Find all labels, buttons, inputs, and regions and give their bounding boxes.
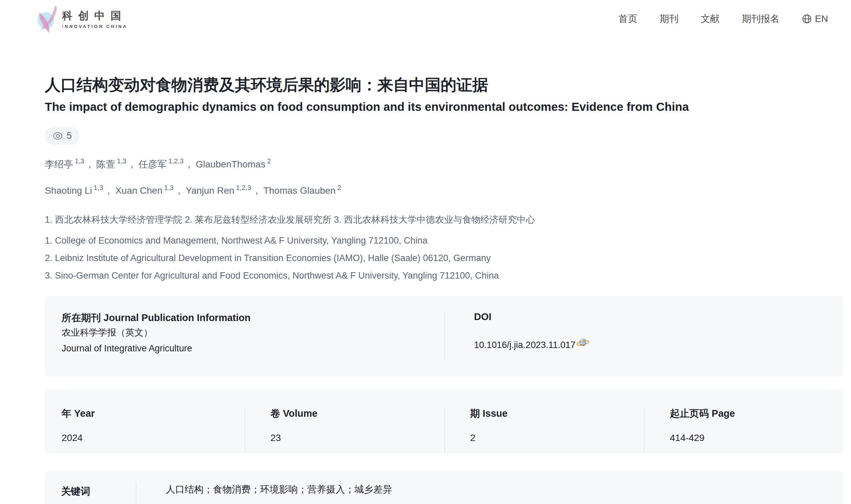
- doi-heading: DOI: [474, 311, 844, 322]
- language-switch[interactable]: EN: [802, 14, 828, 24]
- author-name: Shaoting Li1,3: [45, 185, 103, 196]
- article-detail: 人口结构变动对食物消费及其环境后果的影响：来自中国的证据 The impact …: [0, 75, 851, 504]
- keywords-label-cn: 关键词: [61, 483, 136, 500]
- publication-meta-box: 年 Year2024卷 Volume23期 Issue2起止页码 Page414…: [45, 390, 844, 453]
- article-title-cn: 人口结构变动对食物消费及其环境后果的影响：来自中国的证据: [45, 75, 844, 94]
- nav-item-journals[interactable]: 期刊: [659, 13, 678, 25]
- nav-item-literature[interactable]: 文献: [701, 13, 720, 25]
- nav-item-journal-registration[interactable]: 期刊报名: [742, 13, 780, 25]
- author-affiliation-superscript: 2: [337, 184, 341, 191]
- language-label: EN: [815, 14, 828, 24]
- author-affiliation-superscript: 1,2,3: [236, 184, 251, 191]
- author-name: Thomas Glauben2: [263, 185, 341, 196]
- article-title-en: The impact of demographic dynamics on fo…: [45, 100, 844, 114]
- logo-text: 科创中国 INNOVATION CHINA: [62, 9, 128, 29]
- nav-item-home[interactable]: 首页: [618, 13, 637, 25]
- journal-info-heading: 所在期刊 Journal Publication Information: [62, 311, 444, 325]
- meta-value: 2: [470, 433, 644, 443]
- author-separator: ，: [174, 185, 184, 196]
- globe-icon: [802, 14, 812, 24]
- doi-section: DOI 10.1016/j.jia.2023.11.017: [444, 311, 844, 361]
- journal-name-cn[interactable]: 农业科学学报（英文）: [62, 325, 444, 341]
- views-count: 5: [67, 131, 72, 141]
- journal-publication-info: 所在期刊 Journal Publication Information 农业科…: [45, 311, 444, 361]
- authors-cn: 李绍亭1,3，陈萱1,3，任彦军1,2,3，GlaubenThomas2: [45, 156, 844, 172]
- author-name: Yanjun Ren1,2,3: [186, 185, 251, 196]
- author-name: 陈萱1,3: [96, 159, 126, 169]
- meta-column: 卷 Volume23: [245, 407, 445, 453]
- affiliations-cn: 1. 西北农林科技大学经济管理学院 2. 莱布尼兹转型经济农业发展研究所 3. …: [45, 214, 844, 226]
- views-badge: 5: [45, 127, 79, 145]
- keywords-label-en: Key Words: [61, 500, 136, 504]
- keywords-box: 关键词 Key Words 人口结构；食物消费；环境影响；营养摄入；城乡差异 d…: [45, 471, 844, 504]
- meta-value: 23: [271, 433, 445, 443]
- meta-label: 期 Issue: [470, 407, 644, 420]
- meta-label: 年 Year: [62, 407, 245, 420]
- meta-value: 2024: [62, 433, 245, 443]
- doi-row: 10.1016/j.jia.2023.11.017: [474, 340, 844, 350]
- meta-column: 年 Year2024: [45, 407, 245, 453]
- journal-name-en[interactable]: Journal of Integrative Agriculture: [62, 341, 444, 357]
- logo-text-cn: 科创中国: [62, 9, 128, 23]
- affiliation-line: 2. Leibniz Institute of Agricultural Dev…: [45, 249, 844, 267]
- affiliation-line: 3. Sino-German Center for Agricultural a…: [45, 267, 844, 284]
- journal-info-box: 所在期刊 Journal Publication Information 农业科…: [45, 296, 844, 377]
- author-affiliation-superscript: 2: [267, 157, 271, 165]
- logo-text-en: INNOVATION CHINA: [62, 24, 128, 29]
- author-name: 李绍亭1,3: [45, 159, 84, 169]
- keywords-cn: 人口结构；食物消费；环境影响；营养摄入；城乡差异: [166, 483, 844, 495]
- keywords-label: 关键词 Key Words: [45, 483, 137, 504]
- meta-column: 起止页码 Page414-429: [644, 407, 844, 453]
- nav-items: 首页期刊文献期刊报名: [618, 13, 780, 25]
- main-nav: 首页期刊文献期刊报名 EN: [618, 13, 828, 25]
- author-separator: ，: [252, 185, 261, 196]
- author-name: 任彦军1,2,3: [139, 159, 184, 169]
- eye-icon: [53, 132, 63, 140]
- site-header: 科创中国 INNOVATION CHINA 首页期刊文献期刊报名 EN: [0, 0, 851, 38]
- author-separator: ，: [104, 185, 113, 196]
- authors-en: Shaoting Li1,3，Xuan Chen1,3，Yanjun Ren1,…: [45, 183, 844, 198]
- author-affiliation-superscript: 1,3: [75, 157, 84, 165]
- keywords-content: 人口结构；食物消费；环境影响；营养摄入；城乡差异 demographic dyn…: [137, 483, 844, 504]
- innovation-china-logo-icon: [36, 4, 60, 34]
- author-affiliation-superscript: 1,2,3: [168, 157, 184, 165]
- meta-label: 卷 Volume: [271, 407, 445, 420]
- affiliation-line: 1. College of Economics and Management, …: [45, 232, 844, 249]
- author-affiliation-superscript: 1,3: [164, 184, 174, 191]
- author-affiliation-superscript: 1,3: [94, 184, 103, 191]
- meta-label: 起止页码 Page: [670, 407, 844, 420]
- author-name: GlaubenThomas2: [196, 159, 271, 169]
- affiliations-en: 1. College of Economics and Management, …: [45, 232, 844, 284]
- author-separator: ，: [184, 159, 194, 169]
- author-separator: ，: [127, 159, 137, 169]
- meta-column: 期 Issue2: [445, 407, 644, 453]
- doi-value[interactable]: 10.1016/j.jia.2023.11.017: [474, 340, 575, 350]
- doi-link-planet-icon[interactable]: [576, 337, 590, 349]
- author-affiliation-superscript: 1,3: [117, 157, 126, 165]
- site-logo[interactable]: 科创中国 INNOVATION CHINA: [36, 4, 128, 34]
- meta-value: 414-429: [670, 433, 844, 443]
- author-separator: ，: [85, 159, 94, 169]
- author-name: Xuan Chen1,3: [115, 185, 174, 196]
